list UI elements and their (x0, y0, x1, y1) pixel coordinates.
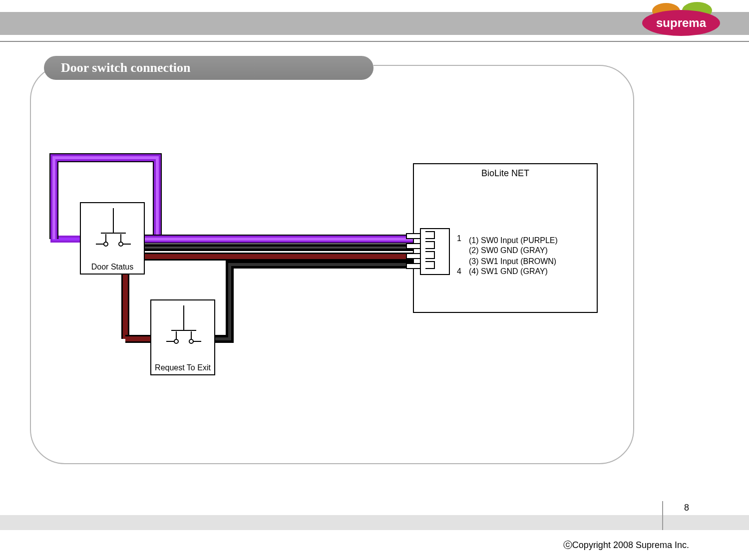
rte-label: Request To Exit (151, 363, 214, 372)
section-title: Door switch connection (61, 60, 191, 75)
pin-number-top: 1 (457, 234, 461, 243)
connector-header-icon (405, 227, 455, 277)
pin-number-bottom: 4 (457, 267, 461, 276)
door-status-label: Door Status (81, 263, 144, 272)
svg-point-8 (119, 242, 123, 246)
svg-rect-23 (406, 254, 420, 259)
svg-rect-22 (406, 244, 420, 249)
suprema-logo: suprema (631, 2, 731, 37)
svg-rect-24 (406, 264, 420, 269)
svg-point-15 (174, 339, 178, 343)
svg-point-16 (189, 339, 193, 343)
section-title-pill: Door switch connection (44, 56, 374, 80)
request-to-exit-switch: Request To Exit (150, 299, 215, 375)
footer-divider (662, 501, 663, 530)
svg-text:suprema: suprema (656, 16, 707, 29)
device-title: BioLite NET (414, 168, 597, 179)
pin-3-label: (3) SW1 Input (BROWN) (469, 257, 556, 266)
door-status-switch: Door Status (80, 202, 145, 275)
svg-rect-21 (406, 234, 420, 239)
pin-1-label: (1) SW0 Input (PURPLE) (469, 236, 558, 245)
pin-4-label: (4) SW1 GND (GRAY) (469, 267, 548, 276)
svg-point-7 (104, 242, 108, 246)
page-number: 8 (684, 503, 689, 513)
header-underline (0, 41, 749, 42)
footer-bar (0, 515, 749, 530)
copyright-text: ⓒCopyright 2008 Suprema Inc. (563, 539, 689, 551)
pin-2-label: (2) SW0 GND (GRAY) (469, 246, 548, 255)
